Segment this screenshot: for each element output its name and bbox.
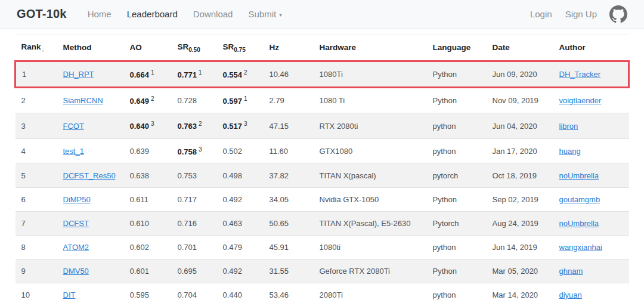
- github-icon[interactable]: [609, 5, 627, 23]
- table-row: 4test_10.6390.75830.50211.60GTX1080pytho…: [16, 138, 629, 163]
- method-link[interactable]: DH_RPT: [63, 70, 94, 79]
- method-link[interactable]: FCOT: [63, 122, 84, 131]
- author-link[interactable]: huang: [559, 147, 581, 156]
- language-cell: python: [427, 283, 487, 306]
- col-header-author[interactable]: Author: [553, 35, 629, 61]
- table-row: 3FCOT0.64030.76320.517347.15RTX 2080tipy…: [16, 113, 629, 138]
- sr075-cell: 0.479: [217, 236, 264, 259]
- col-header-sr050[interactable]: SR0.50: [172, 35, 217, 61]
- method-link[interactable]: ATOM2: [63, 243, 89, 252]
- hardware-cell: TITAN X(Pascal), E5-2630: [314, 212, 427, 236]
- col-header-language[interactable]: Language: [427, 35, 487, 61]
- col-header-rank[interactable]: Rank↓: [16, 35, 57, 61]
- sr075-cell: 0.463: [217, 212, 264, 236]
- caret-down-icon: ▾: [279, 12, 282, 18]
- author-link[interactable]: ghnam: [559, 267, 583, 276]
- sr075-cell: 0.498: [217, 164, 264, 188]
- rank-cell: 2: [16, 88, 57, 113]
- sr050-value: 0.717: [178, 195, 197, 204]
- author-cell: diyuan: [553, 283, 629, 306]
- date-cell: Jan 17, 2020: [487, 138, 553, 163]
- col-header-sr075[interactable]: SR0.75: [217, 35, 264, 61]
- method-link[interactable]: test_1: [63, 147, 84, 156]
- sr050-cell: 0.701: [172, 236, 217, 259]
- method-link[interactable]: DCFST: [63, 219, 89, 228]
- method-cell: ATOM2: [57, 236, 124, 259]
- signup-link[interactable]: Sign Up: [559, 9, 603, 19]
- nav-item-home[interactable]: Home: [80, 9, 119, 19]
- col-header-subscript: 0.50: [188, 47, 200, 53]
- rank-superscript: 3: [244, 120, 247, 127]
- col-header-label: Date: [493, 43, 510, 52]
- author-link[interactable]: voigtlaender: [559, 96, 602, 105]
- method-link[interactable]: SiamRCNN: [63, 96, 103, 105]
- sr075-value: 0.492: [223, 267, 243, 276]
- col-header-hardware[interactable]: Hardware: [314, 35, 427, 61]
- method-link[interactable]: DIT: [63, 290, 76, 299]
- method-cell: FCOT: [57, 113, 124, 138]
- hz-cell: 45.91: [264, 236, 314, 259]
- hz-cell: 47.15: [264, 113, 314, 138]
- navbar: GOT-10k HomeLeaderboardDownloadSubmit▾ L…: [0, 0, 644, 29]
- author-link[interactable]: goutamgmb: [559, 195, 600, 204]
- author-link[interactable]: noUmbrella: [559, 171, 599, 180]
- ao-value: 0.611: [130, 195, 149, 204]
- method-link[interactable]: DCFST_Res50: [63, 171, 116, 180]
- language-cell: Python: [427, 259, 487, 283]
- hz-cell: 50.65: [264, 212, 314, 236]
- ao-value: 0.638: [130, 171, 150, 180]
- author-link[interactable]: noUmbrella: [559, 219, 599, 228]
- hz-cell: 10.46: [264, 61, 314, 87]
- table-row: 6DiMP500.6110.7170.49234.05Nvidia GTX-10…: [16, 188, 629, 212]
- sr050-value: 0.704: [178, 290, 197, 299]
- hz-cell: 37.82: [264, 164, 314, 188]
- hz-cell: 34.05: [264, 188, 314, 212]
- ao-value: 0.610: [130, 219, 150, 228]
- col-header-ao[interactable]: AO: [124, 35, 172, 61]
- method-cell: DiMP50: [57, 188, 124, 212]
- rank-superscript: 2: [244, 69, 247, 76]
- col-header-method[interactable]: Method: [57, 35, 124, 61]
- leaderboard-page: Rank↓MethodAOSR0.50SR0.75HzHardwareLangu…: [0, 29, 644, 306]
- method-link[interactable]: DMV50: [63, 267, 89, 276]
- table-row: 8ATOM20.6020.7010.47945.911080tipythonJu…: [16, 236, 629, 259]
- ao-value: 0.649: [130, 97, 150, 106]
- sr050-cell: 0.7711: [172, 61, 217, 87]
- ao-value: 0.639: [130, 147, 150, 156]
- nav-item-leaderboard[interactable]: Leaderboard: [119, 9, 185, 19]
- author-link[interactable]: wangxianhai: [559, 243, 602, 252]
- login-link[interactable]: Login: [524, 9, 559, 19]
- sr050-cell: 0.728: [172, 88, 217, 113]
- sr050-cell: 0.717: [172, 188, 217, 212]
- col-header-label: SR: [223, 42, 234, 51]
- sr075-value: 0.440: [223, 290, 243, 299]
- hardware-cell: GTX1080: [314, 138, 427, 163]
- ao-cell: 0.6641: [124, 61, 172, 87]
- method-cell: test_1: [57, 138, 124, 163]
- sr050-cell: 0.7583: [172, 138, 217, 163]
- nav-item-download[interactable]: Download: [185, 9, 241, 19]
- ao-value: 0.601: [130, 267, 150, 276]
- author-link[interactable]: libron: [559, 122, 578, 131]
- col-header-date[interactable]: Date: [487, 35, 553, 61]
- sr075-value: 0.492: [223, 195, 243, 204]
- ao-value: 0.602: [130, 243, 150, 252]
- col-header-hz[interactable]: Hz: [264, 35, 314, 61]
- hardware-cell: Nvidia GTX-1050: [314, 188, 427, 212]
- table-row: 9DMV500.6010.6950.49231.55Geforce RTX 20…: [16, 259, 629, 283]
- sr050-cell: 0.695: [172, 259, 217, 283]
- sr075-cell: 0.5173: [217, 113, 264, 138]
- method-link[interactable]: DiMP50: [63, 195, 91, 204]
- author-link[interactable]: DH_Tracker: [559, 70, 601, 79]
- author-link[interactable]: diyuan: [559, 290, 582, 299]
- method-cell: DMV50: [57, 259, 124, 283]
- language-cell: Python: [427, 88, 487, 113]
- col-header-label: Author: [559, 43, 586, 52]
- language-cell: python: [427, 236, 487, 259]
- sr050-value: 0.758: [178, 147, 197, 156]
- author-cell: DH_Tracker: [553, 61, 629, 87]
- sr075-value: 0.554: [223, 70, 243, 79]
- nav-item-submit[interactable]: Submit▾: [240, 9, 289, 19]
- hz-cell: 53.46: [264, 283, 314, 306]
- brand[interactable]: GOT-10k: [17, 7, 67, 21]
